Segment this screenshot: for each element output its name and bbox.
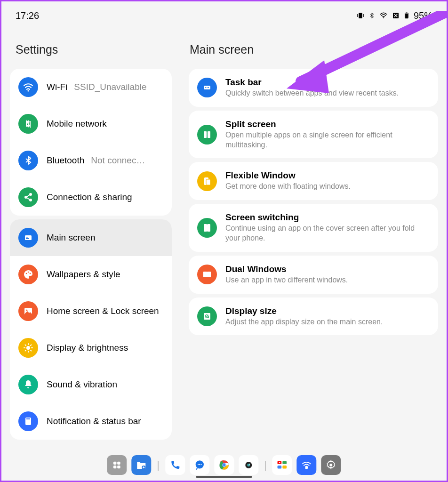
svg-rect-54	[305, 466, 308, 469]
sidebar-group: Wi-FiSSID_Unavailable Mobile network Blu…	[10, 69, 172, 216]
svg-point-15	[30, 273, 31, 274]
svg-point-22	[205, 87, 206, 88]
bt-icon	[18, 151, 38, 170]
sidebar-item-label: Notification & status bar	[47, 416, 163, 426]
status-bar: 17:26 95%	[1, 1, 447, 30]
svg-rect-5	[406, 13, 408, 14]
dual-icon	[197, 265, 217, 284]
detail-desc: Open multiple apps on a single screen fo…	[225, 130, 430, 150]
sidebar-item-wifi[interactable]: Wi-FiSSID_Unavailable	[10, 69, 172, 105]
detail-desc: Continue using an app on the cover scree…	[225, 224, 430, 243]
sidebar-item-sublabel: Not connec…	[91, 155, 163, 166]
sidebar-item-mobile[interactable]: Mobile network	[10, 105, 172, 142]
main-item-flex[interactable]: Flexible Window Get more done with float…	[189, 162, 438, 200]
detail-desc: Adjust the app display size on the main …	[225, 317, 430, 327]
sidebar-item-label: Home screen & Lock screen	[47, 306, 163, 316]
svg-rect-53	[283, 466, 287, 469]
svg-point-23	[207, 87, 208, 88]
detail-title: Split screen	[225, 119, 430, 129]
bluetooth-icon	[368, 11, 375, 20]
settings-sidebar: Settings Wi-FiSSID_Unavailable Mobile ne…	[1, 1, 180, 481]
share-icon	[18, 187, 38, 207]
svg-point-1	[383, 17, 384, 18]
taskbar-files-icon[interactable]	[131, 455, 151, 475]
sidebar-item-label: Mobile network	[47, 119, 163, 129]
sidebar-item-sound[interactable]: Sound & vibration	[10, 366, 172, 403]
sidebar-item-label: Sound & vibration	[47, 379, 163, 390]
mainscreen-icon	[18, 228, 38, 248]
switch-icon	[197, 218, 217, 238]
svg-rect-25	[204, 131, 207, 138]
sidebar-item-wallpapers[interactable]: Wallpapers & style	[10, 256, 172, 293]
taskbar-settings-icon[interactable]	[321, 455, 341, 475]
svg-rect-31	[203, 272, 207, 277]
taskbar-messages-icon[interactable]	[190, 455, 209, 475]
bell-icon	[18, 375, 38, 394]
split-icon	[197, 125, 217, 145]
battery-icon	[403, 11, 410, 20]
svg-rect-11	[26, 237, 28, 238]
svg-rect-28	[206, 179, 210, 185]
svg-rect-20	[26, 418, 30, 419]
sidebar-item-mainscreen[interactable]: Main screen	[10, 219, 172, 256]
svg-rect-29	[204, 224, 207, 232]
taskbar-remote-icon[interactable]	[297, 455, 317, 475]
main-item-dual[interactable]: Dual Windows Use an app in two different…	[189, 256, 438, 294]
sidebar-item-notif[interactable]: Notification & status bar	[10, 403, 172, 440]
detail-desc: Use an app in two different windows.	[225, 275, 430, 285]
taskbar-apps-icon[interactable]	[107, 455, 127, 475]
sidebar-item-sublabel: SSID_Unavailable	[74, 82, 163, 92]
svg-rect-35	[117, 462, 120, 465]
svg-point-18	[26, 346, 30, 350]
image-icon	[18, 301, 38, 321]
sun-icon	[18, 338, 38, 358]
svg-point-24	[208, 87, 209, 88]
wifi-icon	[379, 12, 388, 19]
main-item-taskbar[interactable]: Task bar Quickly switch between apps and…	[189, 69, 438, 107]
sidebar-item-label: Bluetooth	[47, 155, 84, 166]
svg-rect-0	[359, 13, 362, 18]
svg-rect-10	[25, 235, 32, 240]
main-item-switch[interactable]: Screen switching Continue using an app o…	[189, 204, 438, 252]
taskbar-youtube-icon[interactable]	[272, 455, 292, 475]
sidebar-item-bt[interactable]: BluetoothNot connec…	[10, 142, 172, 179]
detail-title: Task bar	[225, 77, 430, 88]
taskbar-camera-icon[interactable]	[239, 455, 258, 475]
battery-pct: 95%	[414, 10, 432, 21]
flex-icon	[197, 171, 217, 191]
sidebar-item-display[interactable]: Display & brightness	[10, 329, 172, 366]
detail-title: Screen switching	[225, 212, 430, 223]
sidebar-item-homelock[interactable]: Home screen & Lock screen	[10, 293, 172, 329]
sidebar-item-label: Connection & sharing	[47, 192, 163, 202]
home-handle[interactable]	[196, 476, 252, 478]
svg-point-49	[249, 464, 250, 465]
taskbar-chrome-icon[interactable]	[214, 455, 234, 475]
svg-rect-52	[278, 466, 282, 469]
sidebar-item-conn[interactable]: Connection & sharing	[10, 179, 172, 216]
nosim-icon	[392, 12, 400, 19]
svg-rect-30	[207, 224, 210, 232]
svg-point-6	[27, 90, 29, 91]
main-item-dispsize[interactable]: Display size Adjust the app display size…	[189, 297, 438, 336]
wifi-icon	[18, 77, 38, 97]
svg-rect-51	[283, 461, 287, 464]
svg-rect-26	[208, 131, 210, 138]
sidebar-item-label: Wallpapers & style	[47, 269, 163, 280]
status-icons: 95%	[356, 10, 432, 21]
detail-desc: Quickly switch between apps and view rec…	[225, 88, 430, 98]
taskbar-dock: ||	[99, 451, 348, 479]
svg-point-13	[26, 273, 27, 274]
svg-point-17	[26, 310, 28, 311]
svg-point-40	[198, 464, 199, 465]
taskbar-phone-icon[interactable]	[165, 455, 185, 475]
main-item-split[interactable]: Split screen Open multiple apps on a sin…	[189, 111, 438, 159]
status-time: 17:26	[16, 10, 39, 21]
taskbar-separator: |	[157, 459, 160, 471]
sidebar-group: Main screen Wallpapers & style Home scre…	[10, 219, 172, 440]
sidebar-item-label: Display & brightness	[47, 343, 163, 353]
svg-rect-36	[113, 466, 116, 468]
svg-point-14	[28, 272, 29, 273]
sidebar-item-label: Main screen	[47, 233, 163, 243]
svg-point-42	[200, 464, 201, 465]
notif-icon	[18, 411, 38, 431]
